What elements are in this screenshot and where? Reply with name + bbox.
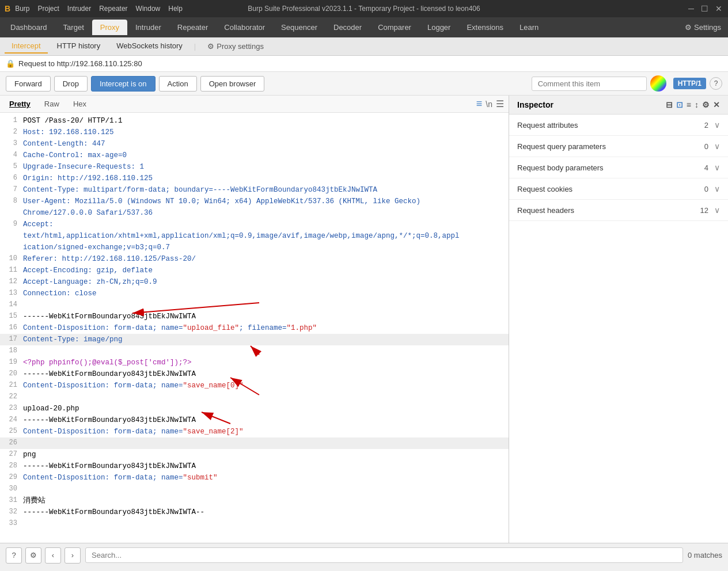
comment-input[interactable] — [532, 77, 647, 91]
menu-burp[interactable]: Burp — [15, 5, 29, 13]
inspector-icon-4[interactable]: ↕ — [695, 100, 699, 109]
lock-icon: 🔒 — [6, 59, 15, 68]
inspector-header: Inspector ⊟ ⊡ ≡ ↕ ⚙ ✕ — [509, 96, 728, 115]
subtab-websockets-history[interactable]: WebSockets history — [109, 39, 189, 54]
forward-nav-button[interactable]: › — [65, 547, 81, 564]
code-line: 16Content-Disposition: form-data; name="… — [0, 322, 509, 334]
intercept-button[interactable]: Intercept is on — [91, 76, 156, 92]
code-line: 27png — [0, 449, 509, 460]
chevron-down-icon-4: ∨ — [714, 184, 720, 193]
tab-repeater[interactable]: Repeater — [169, 20, 216, 35]
code-line: 26 — [0, 437, 509, 449]
http-badge: HTTP/1 — [673, 78, 706, 89]
status-bar: ? ⚙ ‹ › 0 matches — [0, 543, 728, 567]
code-line: 29Content-Disposition: form-data; name="… — [0, 472, 509, 484]
gear-icon: ⚙ — [207, 42, 214, 51]
code-line: 3Content-Length: 447 — [0, 138, 509, 150]
inspector-row-body-params[interactable]: Request body parameters 4 ∨ — [509, 157, 728, 178]
drop-button[interactable]: Drop — [54, 76, 88, 92]
inspector-row-headers[interactable]: Request headers 12 ∨ — [509, 200, 728, 221]
editor-tab-pretty[interactable]: Pretty — [5, 98, 35, 110]
open-browser-button[interactable]: Open browser — [200, 76, 265, 92]
menu-intruder[interactable]: Intruder — [67, 5, 91, 13]
inspector-label-request-attributes: Request attributes — [517, 121, 704, 130]
text-icon[interactable]: ≡ — [476, 98, 483, 110]
action-button[interactable]: Action — [159, 76, 197, 92]
tab-extensions[interactable]: Extensions — [458, 20, 511, 35]
menu-icon[interactable]: ☰ — [496, 98, 504, 109]
inspector-label-body-params: Request body parameters — [517, 163, 704, 172]
tab-divider: | — [194, 42, 196, 51]
code-area[interactable]: 1POST /Pass-20/ HTTP/1.1 2Host: 192.168.… — [0, 113, 509, 543]
code-line: 31消费站 — [0, 495, 509, 507]
code-line: 21Content-Disposition: form-data; name="… — [0, 380, 509, 391]
back-button[interactable]: ‹ — [45, 547, 61, 564]
code-line: 17Content-Type: image/png — [0, 334, 509, 345]
title-bar: B Burp Project Intruder Repeater Window … — [0, 0, 728, 17]
code-line: 15------WebKitFormBoundaryo843jtbEkJNwIW… — [0, 311, 509, 322]
code-line: 25Content-Disposition: form-data; name="… — [0, 426, 509, 437]
menu-window[interactable]: Window — [136, 5, 161, 13]
inspector-icon-settings[interactable]: ⚙ — [702, 100, 710, 109]
code-line: ication/signed-exchange;v=b3;q=0.7 — [0, 242, 509, 253]
settings-circle-button[interactable]: ⚙ — [25, 547, 41, 564]
inspector-close-icon[interactable]: ✕ — [713, 100, 720, 109]
minimize-btn[interactable]: ─ — [687, 4, 696, 13]
settings-label: Settings — [694, 23, 721, 32]
code-line: 30 — [0, 484, 509, 495]
tab-proxy[interactable]: Proxy — [92, 20, 127, 35]
help-button[interactable]: ? — [710, 77, 722, 90]
sub-tabs: Intercept HTTP history WebSockets histor… — [0, 37, 728, 56]
code-line: 12Accept-Language: zh-CN,zh;q=0.9 — [0, 276, 509, 288]
tab-intruder[interactable]: Intruder — [127, 20, 169, 35]
tab-target[interactable]: Target — [55, 20, 92, 35]
status-left: ? ⚙ ‹ › — [6, 547, 81, 564]
code-line: 20------WebKitFormBoundaryo843jtbEkJNwIW… — [0, 368, 509, 380]
inspector-row-query-params[interactable]: Request query parameters 0 ∨ — [509, 136, 728, 157]
tab-comparer[interactable]: Comparer — [370, 20, 419, 35]
inspector-count-cookies: 0 — [704, 185, 708, 193]
tab-logger[interactable]: Logger — [419, 20, 458, 35]
search-input[interactable] — [85, 547, 683, 563]
tab-decoder[interactable]: Decoder — [325, 20, 370, 35]
code-line: 4Cache-Control: max-age=0 — [0, 150, 509, 161]
editor-tab-hex[interactable]: Hex — [69, 98, 91, 110]
maximize-btn[interactable]: ☐ — [700, 4, 710, 13]
code-line: 2Host: 192.168.110.125 — [0, 127, 509, 138]
code-line: 14 — [0, 299, 509, 311]
code-line: Chrome/127.0.0.0 Safari/537.36 — [0, 207, 509, 219]
subtab-intercept[interactable]: Intercept — [5, 39, 48, 54]
tab-dashboard[interactable]: Dashboard — [2, 20, 55, 35]
menu-project[interactable]: Project — [37, 5, 59, 13]
code-line: 7Content-Type: multipart/form-data; boun… — [0, 184, 509, 196]
help-circle-button[interactable]: ? — [6, 547, 22, 564]
forward-button[interactable]: Forward — [6, 76, 51, 92]
editor-tab-raw[interactable]: Raw — [40, 98, 64, 110]
tab-learn[interactable]: Learn — [511, 20, 547, 35]
inspector-panel: Inspector ⊟ ⊡ ≡ ↕ ⚙ ✕ Request attributes… — [509, 96, 728, 543]
main-tabs: Dashboard Target Proxy Intruder Repeater… — [0, 17, 728, 37]
inspector-icon-3[interactable]: ≡ — [687, 100, 691, 109]
inspector-icon-2[interactable]: ⊡ — [676, 100, 683, 109]
close-btn[interactable]: ✕ — [714, 4, 723, 13]
editor-panel: Pretty Raw Hex ≡ \n ☰ 1POST /Pass-20/ HT… — [0, 96, 509, 543]
proxy-settings-label: Proxy settings — [217, 42, 264, 51]
window-title: Burp Suite Professional v2023.1.1 - Temp… — [248, 5, 480, 13]
proxy-settings-button[interactable]: ⚙ Proxy settings — [203, 40, 268, 53]
newline-icon[interactable]: \n — [486, 100, 492, 109]
menu-repeater[interactable]: Repeater — [99, 5, 127, 13]
code-line: 1POST /Pass-20/ HTTP/1.1 — [0, 115, 509, 127]
inspector-row-request-attributes[interactable]: Request attributes 2 ∨ — [509, 115, 728, 136]
settings-button[interactable]: ⚙ Settings — [680, 21, 726, 34]
inspector-count-body-params: 4 — [704, 163, 708, 172]
subtab-http-history[interactable]: HTTP history — [50, 39, 108, 54]
inspector-icon-1[interactable]: ⊟ — [666, 100, 673, 109]
request-url: Request to http://192.168.110.125:80 — [18, 59, 142, 68]
tab-sequencer[interactable]: Sequencer — [273, 20, 325, 35]
inspector-row-cookies[interactable]: Request cookies 0 ∨ — [509, 178, 728, 200]
tab-collaborator[interactable]: Collaborator — [216, 20, 273, 35]
inspector-title: Inspector — [517, 100, 553, 109]
menu-help[interactable]: Help — [168, 5, 183, 13]
chevron-down-icon-2: ∨ — [714, 142, 720, 151]
chevron-down-icon-5: ∨ — [714, 205, 720, 215]
